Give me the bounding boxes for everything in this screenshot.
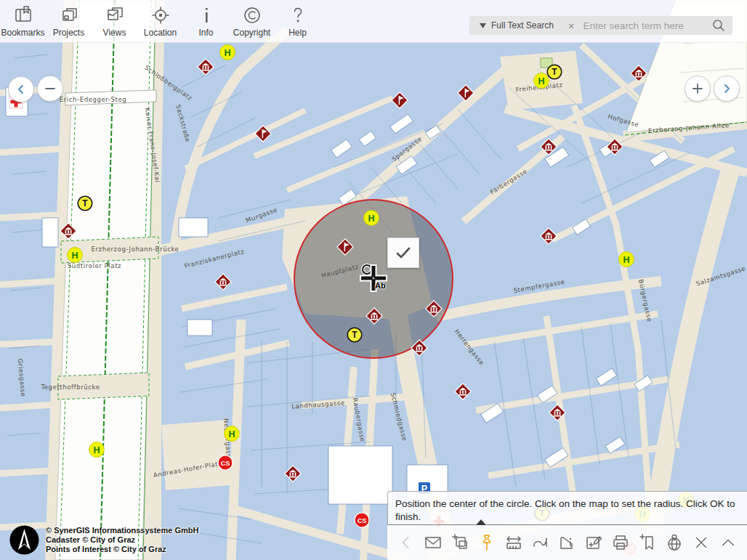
poi-museum-marker[interactable]: [605, 137, 624, 156]
confirm-circle-button[interactable]: [387, 238, 419, 268]
copyright-attribution: © SynerGIS Informationssysteme GmbH Cada…: [9, 524, 198, 556]
add-bookmark-button[interactable]: [637, 532, 658, 553]
toolbar-expand-handle[interactable]: [476, 519, 486, 525]
copyright-line: © SynerGIS Informationssysteme GmbH: [46, 526, 198, 535]
poi-museum-marker[interactable]: [539, 137, 558, 156]
measure-distance-button[interactable]: [503, 532, 525, 553]
info-button[interactable]: Info: [183, 1, 229, 41]
poi-bus-stop-marker[interactable]: H: [224, 426, 241, 442]
measure-line-info-icon: [531, 533, 550, 552]
globe-pin-icon: [665, 533, 684, 552]
poi-tram-stop-marker[interactable]: T: [77, 195, 94, 212]
measure-area-button[interactable]: [556, 532, 578, 553]
print-button[interactable]: [610, 532, 631, 553]
svg-text:T: T: [552, 67, 557, 77]
previous-tool-button[interactable]: [395, 532, 417, 553]
poi-flag-marker[interactable]: [456, 84, 475, 102]
poi-tram-stop-marker[interactable]: T: [347, 327, 363, 344]
copyright-label: Copyright: [233, 28, 270, 38]
copyright-button[interactable]: Copyright: [229, 1, 275, 41]
printer-icon: [611, 533, 630, 552]
zoom-in-button[interactable]: [685, 76, 711, 102]
search-bar: Full Text Search ×: [469, 16, 732, 35]
chevron-left-icon: [397, 534, 415, 551]
svg-text:CS: CS: [221, 460, 230, 467]
views-label: Views: [103, 28, 126, 38]
svg-text:H: H: [224, 48, 230, 58]
zoom-out-button[interactable]: [37, 76, 63, 102]
poi-flag-marker[interactable]: [336, 238, 355, 256]
search-submit-button[interactable]: [705, 19, 732, 32]
bookmarks-icon: [12, 4, 34, 26]
poi-museum-marker[interactable]: [214, 272, 233, 291]
projects-button[interactable]: Projects: [46, 1, 92, 41]
poi-museum-marker[interactable]: [629, 64, 648, 83]
svg-text:H: H: [228, 429, 235, 439]
help-icon: [287, 4, 309, 26]
chevron-left-icon: [16, 84, 26, 94]
map-application: MurgasseHauptplatzFranziskanerplatzHerre…: [0, 0, 747, 560]
measure-line-button[interactable]: [530, 532, 552, 553]
minus-icon: [44, 83, 56, 94]
measure-area-info-icon: [557, 533, 576, 552]
history-forward-button[interactable]: [714, 76, 740, 102]
views-icon: [104, 4, 126, 26]
svg-text:CS: CS: [358, 517, 367, 524]
search-category-dropdown[interactable]: Full Text Search: [469, 20, 561, 31]
history-back-button[interactable]: [8, 76, 34, 102]
poi-flag-marker[interactable]: [254, 124, 272, 143]
poi-marker-layer: HHHHHHHHHTTTTCSCSCSP: [0, 0, 747, 560]
svg-text:H: H: [538, 76, 544, 86]
poi-flag-marker[interactable]: [390, 91, 409, 110]
send-mail-button[interactable]: [422, 532, 444, 553]
svg-text:H: H: [93, 445, 100, 455]
poi-museum-marker[interactable]: [59, 222, 78, 240]
bottom-panel: Position the center of the circle. Click…: [387, 491, 747, 560]
poi-museum-marker[interactable]: [283, 464, 302, 483]
globe-location-button[interactable]: [663, 532, 685, 553]
search-icon: [712, 19, 725, 32]
search-clear-icon[interactable]: ×: [561, 20, 582, 32]
search-input[interactable]: [582, 20, 705, 32]
poi-bus-stop-marker[interactable]: H: [89, 442, 105, 458]
poi-cs-marker[interactable]: CS: [354, 512, 370, 528]
help-label: Help: [288, 28, 307, 38]
poi-museum-marker[interactable]: [410, 338, 429, 357]
location-button[interactable]: Location: [137, 1, 183, 41]
measure-distance-icon: [504, 533, 523, 552]
location-label: Location: [144, 28, 177, 38]
checkmark-icon: [394, 243, 413, 262]
redlining-edit-button[interactable]: [583, 532, 605, 553]
compass-logo-icon: [9, 524, 40, 556]
poi-bus-stop-marker[interactable]: H: [219, 44, 236, 61]
info-icon: [195, 4, 217, 26]
chevron-up-icon: [719, 534, 737, 551]
projects-icon: [58, 4, 80, 26]
copyright-line: Cadaster © City of Graz: [46, 535, 198, 545]
poi-cs-marker[interactable]: CS: [217, 455, 233, 471]
svg-text:H: H: [368, 214, 374, 224]
location-icon: [150, 4, 171, 26]
collapse-toolbar-button[interactable]: [717, 532, 739, 553]
poi-museum-marker[interactable]: [539, 227, 558, 245]
poi-museum-marker[interactable]: [365, 307, 384, 325]
close-toolbar-button[interactable]: [690, 532, 712, 553]
poi-bus-stop-marker[interactable]: H: [363, 210, 380, 227]
poi-bus-stop-marker[interactable]: H: [67, 247, 84, 264]
pushpin-tool-button[interactable]: [476, 532, 498, 553]
poi-museum-marker[interactable]: [196, 57, 215, 76]
info-label: Info: [198, 28, 213, 38]
search-category-label: Full Text Search: [491, 20, 554, 31]
projects-label: Projects: [53, 28, 84, 38]
poi-museum-marker[interactable]: [453, 382, 472, 401]
help-button[interactable]: Help: [275, 1, 320, 41]
poi-museum-marker[interactable]: [548, 403, 567, 422]
views-button[interactable]: Views: [92, 1, 137, 41]
poi-museum-marker[interactable]: [424, 299, 443, 318]
copyright-icon: [241, 4, 263, 26]
bookmarks-button[interactable]: Bookmarks: [0, 1, 46, 41]
poi-bus-stop-marker[interactable]: H: [618, 251, 635, 268]
poi-tram-stop-marker[interactable]: T: [546, 64, 563, 81]
copy-selection-button[interactable]: [449, 532, 471, 553]
tools-toolbar: [387, 524, 747, 560]
